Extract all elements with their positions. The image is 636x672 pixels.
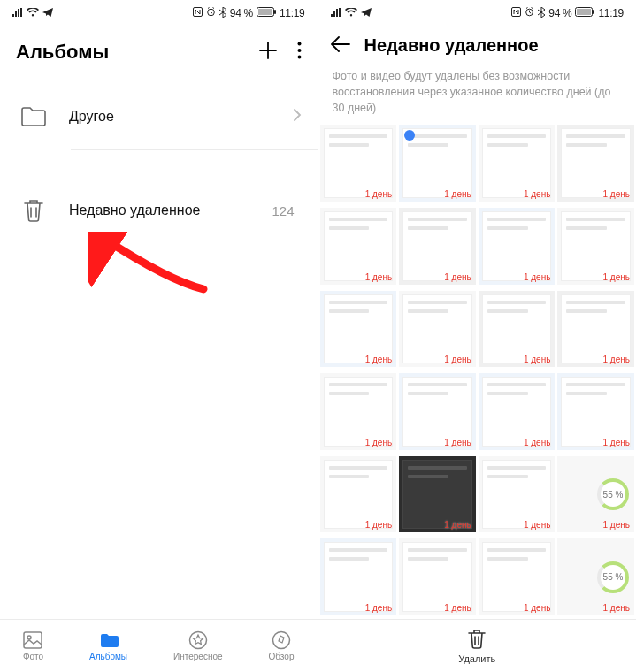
folder-icon (16, 99, 51, 134)
nav-photos[interactable]: Фото (23, 630, 43, 661)
nav-browse[interactable]: Обзор (269, 630, 295, 661)
wifi-icon (345, 7, 357, 19)
recently-deleted-screen: 94 % 11:19 Недавно удаленное Фото и виде… (318, 0, 637, 672)
alarm-icon (206, 7, 216, 19)
back-button[interactable] (331, 36, 350, 56)
thumbnail-grid: 1 день 1 день 1 день 1 день 1 день 1 ден… (318, 125, 637, 619)
chevron-right-icon (293, 108, 302, 126)
svg-rect-4 (258, 9, 272, 15)
nav-discover[interactable]: Интересное (173, 630, 223, 661)
photo-icon (23, 630, 42, 650)
alarm-icon (525, 7, 534, 19)
thumbnail[interactable]: 1 день (479, 538, 556, 615)
thumbnail[interactable]: 1 день (557, 373, 634, 450)
thumbnail[interactable]: 1 день (479, 456, 556, 533)
days-label: 1 день (444, 438, 471, 447)
svg-rect-8 (24, 632, 42, 648)
days-label: 1 день (603, 189, 630, 199)
thumbnail[interactable]: 1 день (557, 125, 634, 202)
thumbnail[interactable]: 1 день (399, 291, 476, 368)
header-actions (258, 41, 302, 64)
thumbnail[interactable]: 1 день (320, 125, 397, 202)
svg-rect-15 (593, 10, 594, 14)
wifi-icon (27, 7, 39, 19)
delete-button[interactable] (467, 629, 487, 652)
album-item-other[interactable]: Другое (0, 83, 318, 150)
status-bar: 94 % 11:19 (318, 0, 637, 27)
svg-rect-16 (577, 9, 591, 15)
signal-icon (12, 7, 23, 19)
days-label: 1 день (444, 189, 471, 199)
days-label: 1 день (365, 438, 392, 447)
thumbnail[interactable]: 1 день (399, 125, 476, 202)
thumbnail[interactable]: 1 день (320, 538, 397, 615)
thumbnail[interactable]: 55 %1 день (557, 538, 634, 615)
thumbnail[interactable]: 1 день (557, 291, 634, 368)
thumbnail[interactable]: 1 день (479, 125, 556, 202)
thumbnail[interactable]: 1 день (320, 291, 397, 368)
nav-label: Интересное (173, 652, 223, 661)
days-label: 1 день (524, 189, 550, 199)
albums-screen: 94 % 11:19 Альбомы Другое (0, 0, 318, 672)
percent-badge: 55 % (597, 561, 629, 593)
clock-text: 11:19 (280, 7, 305, 19)
thumbnail[interactable]: 1 день (557, 208, 634, 285)
days-label: 1 день (603, 603, 630, 613)
signal-icon (331, 7, 341, 19)
thumbnail[interactable]: 1 день (399, 373, 476, 450)
bluetooth-icon (219, 7, 226, 20)
thumbnail[interactable]: 1 день (320, 456, 397, 533)
days-label: 1 день (444, 603, 471, 613)
days-label: 1 день (524, 520, 550, 530)
thumbnail[interactable]: 1 день (479, 208, 556, 285)
albums-icon (99, 630, 119, 650)
percent-badge: 55 % (597, 478, 629, 510)
star-icon (188, 630, 208, 650)
thumbnail[interactable]: 1 день (399, 208, 476, 285)
telegram-icon (361, 7, 372, 19)
svg-point-9 (27, 636, 31, 639)
days-label: 1 день (603, 520, 630, 530)
album-count: 124 (272, 203, 294, 218)
svg-point-6 (297, 49, 301, 52)
days-label: 1 день (524, 355, 550, 364)
add-album-button[interactable] (258, 41, 278, 64)
page-title: Недавно удаленное (364, 35, 539, 56)
battery-text: 94 % (548, 7, 571, 19)
status-right: 94 % 11:19 (511, 7, 624, 20)
more-menu-button[interactable] (297, 42, 302, 63)
thumbnail[interactable]: 1 день (320, 373, 397, 450)
thumbnail[interactable]: 1 день (399, 456, 476, 533)
nav-label: Альбомы (89, 652, 127, 661)
days-label: 1 день (603, 355, 630, 364)
thumbnail[interactable]: 1 день (399, 538, 476, 615)
status-right: 94 % 11:19 (193, 7, 305, 20)
thumbnail[interactable]: 55 %1 день (557, 456, 634, 533)
info-subtitle: Фото и видео будут удалены без возможнос… (318, 68, 637, 125)
nav-albums[interactable]: Альбомы (89, 630, 127, 661)
svg-point-5 (297, 42, 301, 46)
nfc-icon (511, 7, 521, 19)
header-detail: Недавно удаленное (318, 27, 637, 68)
album-label: Другое (69, 109, 275, 125)
status-bar: 94 % 11:19 (0, 0, 318, 27)
thumbnail[interactable]: 1 день (479, 291, 556, 368)
days-label: 1 день (524, 603, 550, 613)
days-label: 1 день (524, 272, 550, 282)
page-title: Альбомы (16, 41, 109, 64)
days-label: 1 день (603, 272, 630, 282)
nfc-icon (193, 7, 203, 19)
thumbnail[interactable]: 1 день (479, 373, 556, 450)
days-label: 1 день (444, 520, 471, 530)
days-label: 1 день (365, 272, 392, 282)
battery-icon (575, 7, 594, 19)
thumbnail[interactable]: 1 день (320, 208, 397, 285)
bluetooth-icon (538, 7, 545, 20)
days-label: 1 день (365, 603, 392, 613)
status-left (12, 7, 53, 19)
nav-label: Обзор (269, 652, 295, 661)
album-item-recently-deleted[interactable]: Недавно удаленное 124 (0, 177, 318, 244)
bottom-nav: Фото Альбомы Интересное Обзор (0, 619, 318, 672)
battery-text: 94 % (230, 7, 253, 19)
days-label: 1 день (444, 355, 471, 364)
